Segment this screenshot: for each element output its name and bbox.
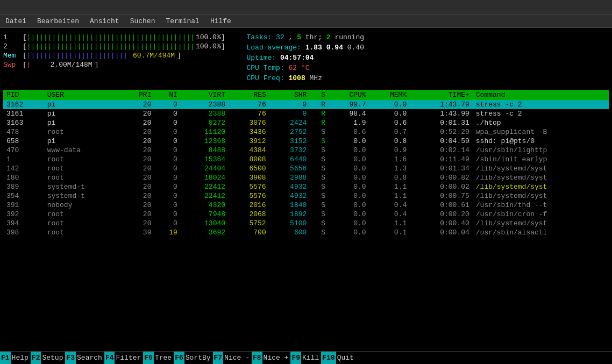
table-row[interactable]: 658pi2001236839123152S0.00.80:04.59sshd:… bbox=[3, 137, 609, 146]
col-header-ni: NI bbox=[154, 90, 180, 100]
funckey-f8[interactable]: F8Nice + bbox=[252, 352, 290, 365]
titlebar bbox=[0, 0, 612, 15]
cpu-temp-row: CPU Temp: 62 °C bbox=[247, 64, 609, 72]
col-header-cpu: CPU% bbox=[329, 90, 369, 100]
menu-ansicht[interactable]: Ansicht bbox=[88, 17, 122, 25]
cpu1-meter: 1 [ ||||||||||||||||||||||||||||||||||||… bbox=[3, 33, 225, 41]
funckey-f7[interactable]: F7Nice - bbox=[213, 352, 252, 365]
mem-bar: |||||||||||||||||||||||| bbox=[27, 52, 127, 60]
menubar: Datei Bearbeiten Ansicht Suchen Terminal… bbox=[0, 15, 612, 28]
table-row[interactable]: 389systemd-t2002241255764932S0.01.10:00.… bbox=[3, 182, 609, 191]
menu-bearbeiten[interactable]: Bearbeiten bbox=[35, 17, 81, 25]
process-list: 3162pi2002388760R99.70.01:43.79stress -c… bbox=[3, 100, 609, 237]
cpu2-meter: 2 [ ||||||||||||||||||||||||||||||||||||… bbox=[3, 42, 225, 51]
main-content: 1 [ ||||||||||||||||||||||||||||||||||||… bbox=[0, 28, 612, 364]
menu-suchen[interactable]: Suchen bbox=[128, 17, 158, 25]
funckey-f10[interactable]: F10Quit bbox=[321, 352, 356, 365]
load-row: Load average: 1.83 0.94 0.40 bbox=[247, 44, 609, 52]
col-header-res: RES bbox=[229, 90, 269, 100]
table-row[interactable]: 354systemd-t2002241255764932S0.01.10:00.… bbox=[3, 191, 609, 201]
menu-datei[interactable]: Datei bbox=[3, 17, 29, 25]
col-header-user: USER bbox=[44, 90, 122, 100]
swp-value: 2.00M/148M bbox=[32, 61, 95, 69]
funckey-f3[interactable]: F3Search bbox=[65, 352, 104, 365]
cpu2-bar: |||||||||||||||||||||||||||||||||||||||| bbox=[27, 42, 195, 51]
cpu1-value: 100.0% bbox=[196, 33, 221, 41]
funcbar: F1HelpF2SetupF3SearchF4FilterF5TreeF6Sor… bbox=[0, 351, 612, 364]
funckey-f9[interactable]: F9Kill bbox=[290, 352, 321, 365]
table-row[interactable]: 3163pi200827230762424R1.90.60:01.31./hto… bbox=[3, 118, 609, 127]
funckey-f6[interactable]: F6SortBy bbox=[174, 352, 212, 365]
right-stats: Tasks: 32 , 5 thr; 2 running Load averag… bbox=[236, 33, 609, 84]
table-row[interactable]: 478root2001112034362752S0.60.70:52.29wpa… bbox=[3, 127, 609, 137]
tasks-row: Tasks: 32 , 5 thr; 2 running bbox=[247, 33, 609, 41]
menu-terminal[interactable]: Terminal bbox=[163, 17, 201, 25]
funckey-f1[interactable]: F1Help bbox=[0, 352, 31, 365]
cpu-freq-row: CPU Freq: 1008 MHz bbox=[247, 74, 609, 82]
col-header-mem: MEM% bbox=[369, 90, 410, 100]
table-header-row: PID USER PRI NI VIRT RES SHR S CPU% MEM%… bbox=[3, 90, 609, 100]
mem-meter: Mem [ |||||||||||||||||||||||| 60.7M/494… bbox=[3, 52, 225, 60]
cpu2-label: 2 bbox=[3, 42, 23, 51]
col-header-command: Command bbox=[473, 90, 609, 100]
table-row[interactable]: 1root2001536480086440S0.01.60:11.49/sbin… bbox=[3, 155, 609, 164]
col-header-pri: PRI bbox=[122, 90, 155, 100]
table-row[interactable]: 394root2001304057525100S0.01.10:00.40/li… bbox=[3, 219, 609, 228]
swp-meter: Swp [ | 2.00M/148M ] bbox=[3, 61, 225, 69]
table-row[interactable]: 391nobody200432020161840S0.00.40:00.61/u… bbox=[3, 201, 609, 210]
funckey-f5[interactable]: F5Tree bbox=[143, 352, 174, 365]
table-row[interactable]: 3161pi2002388760R98.40.01:43.99stress -c… bbox=[3, 109, 609, 118]
table-row[interactable]: 470www-data200848843843732S0.00.90:02.14… bbox=[3, 146, 609, 155]
swp-bar: | bbox=[27, 61, 31, 69]
cpu1-bar: |||||||||||||||||||||||||||||||||||||||| bbox=[27, 33, 195, 41]
col-header-pid: PID bbox=[3, 90, 44, 100]
col-header-virt: VIRT bbox=[181, 90, 229, 100]
table-row[interactable]: 392root200794820681892S0.00.40:00.20/usr… bbox=[3, 210, 609, 219]
col-header-time: TIME+ bbox=[410, 90, 473, 100]
funckey-f2[interactable]: F2Setup bbox=[31, 352, 66, 365]
process-table: PID USER PRI NI VIRT RES SHR S CPU% MEM%… bbox=[3, 90, 609, 237]
swp-label: Swp bbox=[3, 61, 23, 69]
col-header-shr: SHR bbox=[269, 90, 310, 100]
cpu1-label: 1 bbox=[3, 33, 23, 41]
cpu2-value: 100.0% bbox=[196, 42, 221, 51]
col-header-s: S bbox=[310, 90, 329, 100]
cpu-meters: 1 [ ||||||||||||||||||||||||||||||||||||… bbox=[3, 33, 225, 84]
mem-value: 60.7M/494M bbox=[129, 52, 177, 60]
mem-label: Mem bbox=[3, 52, 23, 60]
stats-section: 1 [ ||||||||||||||||||||||||||||||||||||… bbox=[3, 30, 609, 87]
funckey-f4[interactable]: F4Filter bbox=[104, 352, 143, 365]
uptime-row: Uptime: 04:57:04 bbox=[247, 54, 609, 62]
table-row[interactable]: 398root39193692700600S0.00.10:00.04/usr/… bbox=[3, 228, 609, 237]
table-row[interactable]: 3162pi2002388760R99.70.01:43.79stress -c… bbox=[3, 100, 609, 109]
menu-hilfe[interactable]: Hilfe bbox=[208, 17, 233, 25]
table-row[interactable]: 142root2002440465005656S0.01.30:01.34/li… bbox=[3, 164, 609, 173]
table-row[interactable]: 180root2001802439082988S0.00.80:00.82/li… bbox=[3, 173, 609, 182]
